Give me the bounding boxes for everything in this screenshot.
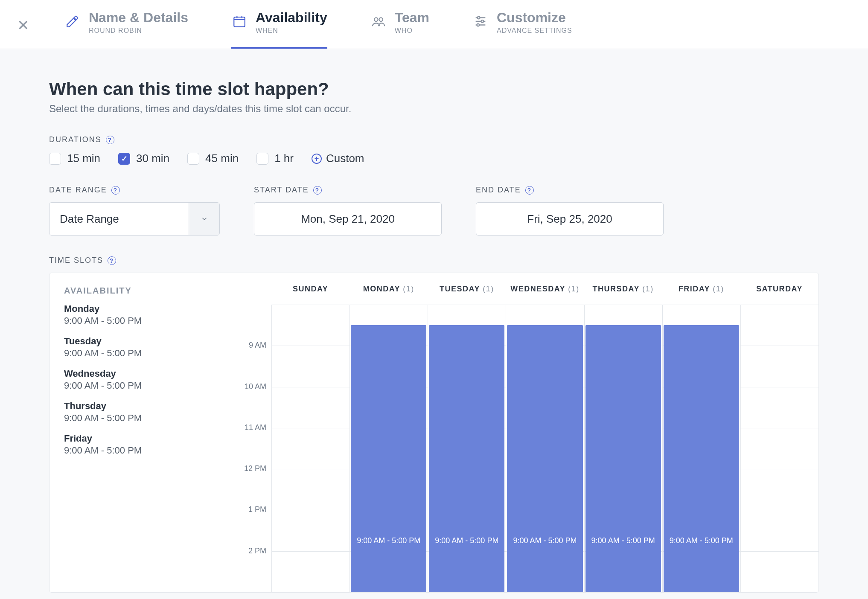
step-sub: ADVANCE SETTINGS — [497, 27, 572, 35]
availability-day-time: 9:00 AM - 5:00 PM — [64, 315, 206, 326]
page-body: When can this time slot happen? Select t… — [0, 49, 868, 593]
durations-label: DURATIONS ? — [49, 135, 819, 144]
calendar-body[interactable]: 9 AM10 AM11 AM12 PM1 PM2 PM 9:00 AM - 5:… — [220, 305, 818, 592]
availability-day-time: 9:00 AM - 5:00 PM — [64, 348, 206, 359]
help-icon[interactable]: ? — [313, 186, 322, 195]
svg-rect-0 — [234, 17, 245, 27]
plus-icon: + — [312, 154, 322, 164]
calendar-cell[interactable] — [271, 428, 350, 469]
start-date-field[interactable]: Mon, Sep 21, 2020 — [254, 202, 442, 236]
duration-option[interactable]: 30 min — [118, 152, 169, 165]
calendar-day-header: TUESDAY (1) — [428, 285, 506, 294]
calendar-event[interactable]: 9:00 AM - 5:00 PM — [664, 325, 739, 592]
calendar-cell[interactable] — [740, 387, 818, 428]
calendar-icon — [231, 13, 248, 30]
add-custom-duration[interactable]: +Custom — [312, 152, 364, 165]
calendar-event[interactable]: 9:00 AM - 5:00 PM — [585, 325, 661, 592]
duration-label: 15 min — [67, 152, 100, 165]
time-label: 2 PM — [220, 547, 271, 587]
step-sub: WHO — [395, 27, 429, 35]
calendar-cell[interactable] — [740, 551, 818, 592]
step-sub: WHEN — [256, 27, 327, 35]
step-title: Team — [395, 10, 429, 25]
calendar-cell[interactable] — [271, 346, 350, 387]
start-date-label: START DATE ? — [254, 186, 442, 195]
svg-point-4 — [481, 20, 484, 23]
date-range-select[interactable]: Date Range — [49, 202, 220, 236]
step-title: Availability — [256, 10, 327, 25]
close-icon[interactable]: ✕ — [17, 18, 34, 32]
time-label: 10 AM — [220, 382, 271, 423]
duration-option[interactable]: 45 min — [187, 152, 239, 165]
step-availability[interactable]: Availability WHEN — [231, 0, 327, 49]
calendar-day-header: MONDAY (1) — [350, 285, 428, 294]
pencil-icon — [64, 13, 81, 30]
help-icon[interactable]: ? — [525, 186, 534, 195]
svg-point-5 — [477, 24, 479, 26]
step-title: Customize — [497, 10, 572, 25]
step-customize[interactable]: Customize ADVANCE SETTINGS — [472, 0, 572, 49]
help-icon[interactable]: ? — [106, 136, 114, 144]
duration-option[interactable]: 1 hr — [256, 152, 294, 165]
calendar-day-header: SATURDAY — [740, 285, 818, 294]
availability-day-name: Thursday — [64, 401, 206, 412]
calendar-day-header: THURSDAY (1) — [584, 285, 662, 294]
availability-day-time: 9:00 AM - 5:00 PM — [64, 413, 206, 424]
checkbox[interactable] — [187, 153, 199, 165]
checkbox[interactable] — [49, 153, 61, 165]
calendar-day-header: SUNDAY — [271, 285, 350, 294]
availability-day: Monday9:00 AM - 5:00 PM — [64, 303, 206, 326]
svg-point-3 — [478, 17, 480, 19]
calendar-header: SUNDAYMONDAY (1)TUESDAY (1)WEDNESDAY (1)… — [220, 273, 818, 305]
availability-day-name: Tuesday — [64, 336, 206, 347]
calendar-cell[interactable] — [271, 305, 350, 346]
time-label: 12 PM — [220, 464, 271, 505]
date-range-label: DATE RANGE ? — [49, 186, 220, 195]
checkbox[interactable] — [118, 153, 130, 165]
availability-heading: AVAILABILITY — [64, 286, 206, 296]
calendar-cell[interactable] — [740, 346, 818, 387]
availability-day: Thursday9:00 AM - 5:00 PM — [64, 401, 206, 424]
checkbox[interactable] — [256, 153, 268, 165]
date-row: DATE RANGE ? Date Range START DATE ? Mon… — [49, 186, 819, 236]
calendar-cell[interactable] — [740, 428, 818, 469]
help-icon[interactable]: ? — [108, 256, 116, 265]
team-icon — [370, 13, 387, 30]
time-label: 11 AM — [220, 423, 271, 464]
calendar-cell[interactable] — [740, 305, 818, 346]
duration-option[interactable]: 15 min — [49, 152, 100, 165]
end-date-field[interactable]: Fri, Sep 25, 2020 — [476, 202, 664, 236]
chevron-down-icon — [189, 203, 219, 235]
calendar-cell[interactable] — [271, 551, 350, 592]
calendar-event[interactable]: 9:00 AM - 5:00 PM — [429, 325, 504, 592]
svg-point-1 — [374, 18, 378, 22]
end-date-label: END DATE ? — [476, 186, 664, 195]
timeslots-label: TIME SLOTS ? — [49, 256, 819, 265]
time-label — [220, 305, 271, 346]
top-steps-bar: ✕ Name & Details ROUND ROBIN Availabil — [0, 0, 868, 49]
step-name-details[interactable]: Name & Details ROUND ROBIN — [64, 0, 188, 49]
calendar-cell[interactable] — [740, 510, 818, 551]
calendar-cell[interactable] — [271, 510, 350, 551]
calendar-event[interactable]: 9:00 AM - 5:00 PM — [351, 325, 426, 592]
step-team[interactable]: Team WHO — [370, 0, 429, 49]
availability-sidebar: AVAILABILITY Monday9:00 AM - 5:00 PMTues… — [50, 273, 220, 592]
calendar-cell[interactable] — [271, 387, 350, 428]
calendar-cell[interactable] — [271, 469, 350, 510]
calendar-event[interactable]: 9:00 AM - 5:00 PM — [507, 325, 583, 592]
timeslot-panel: AVAILABILITY Monday9:00 AM - 5:00 PMTues… — [49, 273, 819, 593]
steps-nav: Name & Details ROUND ROBIN Availability … — [64, 0, 572, 49]
duration-label: 45 min — [205, 152, 239, 165]
help-icon[interactable]: ? — [111, 186, 120, 195]
availability-day: Friday9:00 AM - 5:00 PM — [64, 433, 206, 456]
svg-point-2 — [379, 18, 383, 22]
step-title: Name & Details — [89, 10, 188, 25]
calendar-cell[interactable] — [740, 469, 818, 510]
availability-day-name: Wednesday — [64, 368, 206, 379]
availability-day-name: Friday — [64, 433, 206, 444]
page-title: When can this time slot happen? — [49, 79, 819, 99]
step-sub: ROUND ROBIN — [89, 27, 188, 35]
time-label: 1 PM — [220, 505, 271, 546]
sliders-icon — [472, 13, 489, 30]
availability-day: Wednesday9:00 AM - 5:00 PM — [64, 368, 206, 391]
